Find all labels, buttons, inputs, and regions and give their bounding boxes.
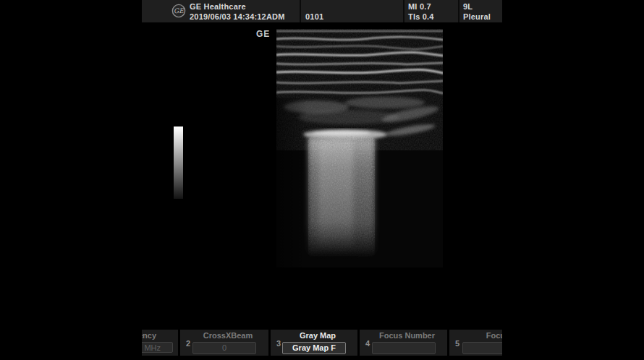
mi-value: MI 0.7 [408,2,431,11]
control-focus-value[interactable] [462,342,502,354]
header-bar: GE GE Healthcare 2019/06/03 14:34:12ADM … [142,0,502,22]
control-crossxbeam-label: CrossXBeam [187,331,268,340]
header-divider [458,0,459,22]
control-focus-number-label: Focus Number [367,331,447,340]
control-gray-map-number: 3 [276,339,281,348]
ge-logo-icon: GE [171,4,186,18]
preset-name: Pleural [463,12,491,21]
control-frequency-label: ency [142,331,156,340]
control-focus: 5 Focus [449,330,502,356]
control-gray-map-label: Gray Map [278,331,357,340]
control-frequency: ency MHz [142,330,178,356]
header-divider [300,0,301,22]
probe-name: 9L [463,2,473,11]
brand-name: GE Healthcare [190,2,246,11]
ultrasound-screen: GE GE Healthcare 2019/06/03 14:34:12ADM … [142,0,502,360]
control-gray-map: 3 Gray Map Gray Map F [271,330,357,356]
control-focus-number-number: 4 [365,339,370,348]
exam-id: 0101 [305,12,323,21]
svg-text:GE: GE [174,7,185,14]
ultrasound-app: GE GE Healthcare 2019/06/03 14:34:12ADM … [0,0,644,360]
control-crossxbeam-value[interactable]: 0 [192,342,256,354]
tis-value: TIs 0.4 [408,12,434,21]
control-crossxbeam-number: 2 [186,339,190,348]
control-crossxbeam: 2 CrossXBeam 0 [180,330,268,356]
control-gray-map-value[interactable]: Gray Map F [282,342,346,354]
control-focus-number-label-num: 5 [455,339,459,348]
control-focus-number: 4 Focus Number [360,330,447,356]
control-focus-number-value[interactable] [372,342,436,354]
grayscale-bar [174,127,183,199]
control-focus-label: Focus [457,331,502,340]
ge-watermark: GE [256,29,270,39]
control-frequency-value[interactable]: MHz [142,342,173,353]
exam-datetime: 2019/06/03 14:34:12ADM [190,12,285,21]
ultrasound-image [276,29,443,267]
header-divider [403,0,404,22]
